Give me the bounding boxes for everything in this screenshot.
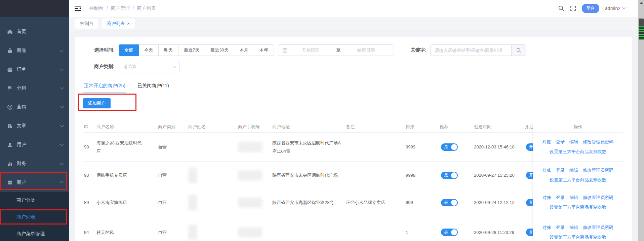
sidebar-item-distribution[interactable]: 分销 bbox=[0, 79, 69, 98]
recommend-toggle[interactable]: 是 bbox=[441, 143, 458, 151]
main-area: 控制台 / 商户管理 / 商户列表 平台 admin2 bbox=[69, 0, 638, 241]
toggle-knob bbox=[451, 200, 457, 206]
action-set-copy-times[interactable]: 设置第三方平台商品复制次数 bbox=[550, 204, 606, 210]
sidebar-item-marketing[interactable]: 营销 bbox=[0, 98, 69, 116]
action-edit[interactable]: 编辑 bbox=[569, 225, 578, 231]
action-change-admin-password[interactable]: 修改管理员密码 bbox=[583, 139, 613, 145]
scrollbar-up-arrow[interactable] bbox=[640, 2, 643, 4]
category-select[interactable]: 请选择 bbox=[119, 61, 180, 72]
row-actions: 对账 登录 编辑 修改管理员密码 设置第三方平台商品复制次数 bbox=[533, 162, 623, 189]
sidebar-item-merchant-category[interactable]: 商户分类 bbox=[0, 192, 69, 209]
time-filter-year[interactable]: 本年 bbox=[254, 44, 274, 56]
cell-id: 89 bbox=[84, 198, 96, 207]
sidebar-item-merchant-list[interactable]: 商户列表 bbox=[0, 209, 69, 226]
keyword-search-button[interactable] bbox=[511, 44, 526, 56]
date-start-placeholder[interactable]: 开始日期 bbox=[287, 47, 334, 53]
cell-sort: 999 bbox=[406, 198, 440, 207]
action-edit[interactable]: 编辑 bbox=[569, 167, 578, 173]
breadcrumb-item[interactable]: 控制台 bbox=[89, 5, 104, 11]
page-scrollbar[interactable] bbox=[638, 0, 644, 241]
breadcrumb-item[interactable]: 商户列表 bbox=[137, 5, 156, 11]
time-filter-last30[interactable]: 最近30天 bbox=[205, 44, 234, 56]
action-change-admin-password[interactable]: 修改管理员密码 bbox=[583, 167, 613, 173]
time-filter-today[interactable]: 今天 bbox=[139, 44, 159, 56]
time-filter-last7[interactable]: 最近7天 bbox=[178, 44, 205, 56]
row-actions: 对账 登录 编辑 修改管理员密码 设置第三方平台商品复制次数 bbox=[533, 216, 623, 241]
sidebar-item-users[interactable]: 用户 bbox=[0, 135, 69, 154]
logo-block bbox=[0, 0, 69, 17]
recommend-toggle[interactable]: 是 bbox=[441, 199, 458, 206]
calendar-icon bbox=[282, 48, 287, 53]
date-range-picker[interactable]: 开始日期 至 结束日期 bbox=[278, 44, 394, 56]
action-reconcile[interactable]: 对账 bbox=[542, 139, 551, 145]
user-menu[interactable]: admin2 bbox=[605, 6, 626, 11]
time-filter-yesterday[interactable]: 昨天 bbox=[159, 44, 178, 56]
chevron-down-icon bbox=[60, 48, 64, 52]
tags-bar: 控制台 商户列表 × bbox=[69, 17, 638, 30]
toggle-knob bbox=[451, 229, 457, 235]
cell-name: 启航手机专卖店 bbox=[96, 171, 158, 179]
operation-fixed-column: 操作 对账 登录 编辑 修改管理员密码 设置第三方平台商品复制次数 bbox=[533, 121, 623, 241]
sidebar-item-merchant[interactable]: 商户 bbox=[0, 173, 69, 192]
action-reconcile[interactable]: 对账 bbox=[542, 167, 551, 173]
cell-created: 2020-09-27 15:25:20 bbox=[474, 171, 525, 179]
cell-phone-redacted bbox=[238, 198, 272, 208]
tab-open-merchants[interactable]: 正常开启的商户(25) bbox=[84, 83, 125, 93]
sidebar-item-finance[interactable]: 财务 bbox=[0, 154, 69, 173]
sidebar-item-merchant-menu-manage[interactable]: 商户菜单管理 bbox=[0, 226, 69, 241]
time-filter-group: 全部 今天 昨天 最近7天 最近30天 本月 本年 bbox=[119, 44, 274, 56]
action-edit[interactable]: 编辑 bbox=[569, 195, 578, 201]
time-filter-all[interactable]: 全部 bbox=[119, 44, 139, 56]
cell-name: 秋天的风 bbox=[96, 228, 158, 237]
sidebar-item-home[interactable]: 首页 bbox=[0, 22, 69, 41]
date-end-placeholder[interactable]: 结束日期 bbox=[343, 47, 390, 53]
sidebar-item-goods[interactable]: 商品 bbox=[0, 41, 69, 60]
time-filter-month[interactable]: 本月 bbox=[234, 44, 254, 56]
fullscreen-icon[interactable] bbox=[570, 5, 576, 11]
sidebar-item-label: 用户 bbox=[17, 142, 26, 148]
finance-icon bbox=[7, 161, 13, 167]
cell-recommend: 是 bbox=[440, 143, 474, 151]
home-icon bbox=[7, 29, 13, 35]
cell-address: 陕西省西安市高新区锦业路28号 bbox=[272, 198, 346, 207]
scrollbar-thumb[interactable] bbox=[639, 19, 644, 40]
action-set-copy-times[interactable]: 设置第三方平台商品复制次数 bbox=[550, 149, 606, 155]
sidebar-collapse-icon[interactable] bbox=[75, 6, 81, 11]
action-reconcile[interactable]: 对账 bbox=[542, 195, 551, 201]
search-icon[interactable] bbox=[558, 5, 564, 11]
recommend-toggle[interactable]: 是 bbox=[441, 229, 458, 236]
chevron-down-icon bbox=[172, 64, 176, 68]
keyword-input[interactable] bbox=[430, 44, 511, 56]
close-icon[interactable]: × bbox=[127, 21, 130, 26]
action-login[interactable]: 登录 bbox=[556, 225, 565, 231]
action-edit[interactable]: 编辑 bbox=[569, 139, 578, 145]
tag-merchant-list[interactable]: 商户列表 × bbox=[102, 19, 135, 29]
username: admin2 bbox=[605, 6, 620, 11]
tab-closed-merchants[interactable]: 已关闭商户(11) bbox=[137, 83, 169, 93]
sidebar-item-label: 商品 bbox=[17, 47, 26, 54]
action-login[interactable]: 登录 bbox=[556, 195, 565, 201]
sidebar-item-label: 分销 bbox=[17, 85, 26, 91]
category-label: 商户类别: bbox=[84, 64, 115, 70]
action-login[interactable]: 登录 bbox=[556, 167, 565, 173]
action-set-copy-times[interactable]: 设置第三方平台商品复制次数 bbox=[550, 177, 606, 183]
cell-recommend: 是 bbox=[440, 229, 474, 236]
action-change-admin-password[interactable]: 修改管理员密码 bbox=[583, 195, 613, 201]
action-login[interactable]: 登录 bbox=[556, 139, 565, 145]
breadcrumb-item[interactable]: 商户管理 bbox=[111, 5, 130, 11]
recommend-toggle[interactable]: 是 bbox=[441, 172, 458, 179]
platform-badge[interactable]: 平台 bbox=[582, 4, 599, 13]
action-set-copy-times[interactable]: 设置第三方平台商品复制次数 bbox=[550, 234, 606, 240]
action-change-admin-password[interactable]: 修改管理员密码 bbox=[583, 225, 613, 231]
cell-contact-redacted bbox=[188, 168, 238, 183]
cell-phone-redacted bbox=[238, 227, 272, 237]
sidebar-item-orders[interactable]: 订单 bbox=[0, 60, 69, 79]
col-recommend: 推荐 bbox=[440, 123, 474, 131]
tag-console[interactable]: 控制台 bbox=[75, 19, 98, 29]
add-merchant-button[interactable]: 添加商户 bbox=[83, 98, 111, 108]
action-reconcile[interactable]: 对账 bbox=[542, 225, 551, 231]
col-sort: 排序 bbox=[406, 123, 440, 131]
category-filter-row: 商户类别: 请选择 bbox=[84, 61, 623, 72]
sidebar-item-articles[interactable]: 文章 bbox=[0, 116, 69, 135]
col-created: 创建时间 bbox=[474, 123, 525, 131]
